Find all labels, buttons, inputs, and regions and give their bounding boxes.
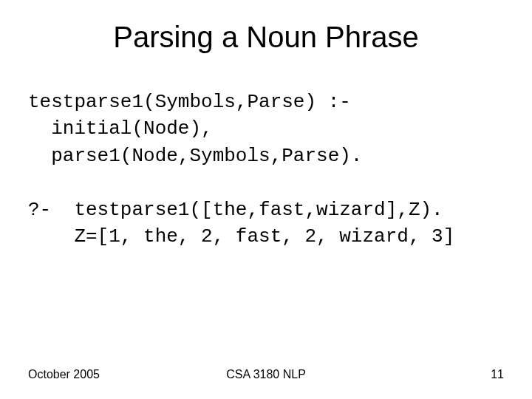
slide: Parsing a Noun Phrase testparse1(Symbols… (0, 0, 532, 399)
footer-page-number: 11 (491, 368, 504, 381)
code-line-1: testparse1(Symbols,Parse) :- (28, 91, 351, 113)
code-line-5: ?- testparse1([the,fast,wizard],Z). (28, 199, 443, 221)
code-line-2: initial(Node), (28, 117, 213, 140)
code-line-3: parse1(Node,Symbols,Parse). (28, 145, 362, 167)
slide-body: testparse1(Symbols,Parse) :- initial(Nod… (28, 89, 517, 250)
code-line-6: Z=[1, the, 2, fast, 2, wizard, 3] (28, 225, 454, 248)
slide-title: Parsing a Noun Phrase (0, 21, 532, 54)
footer-course: CSA 3180 NLP (28, 368, 504, 381)
